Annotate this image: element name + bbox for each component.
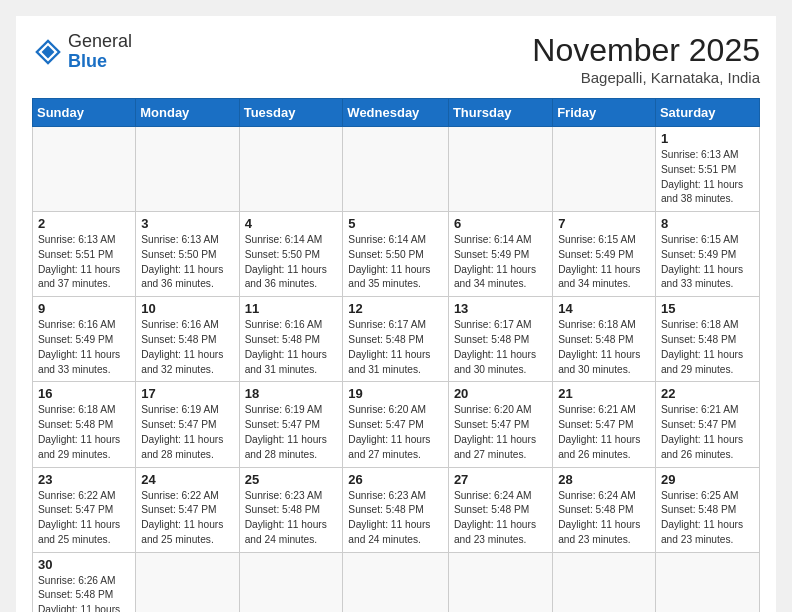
cell-daylight-info: Sunrise: 6:16 AM Sunset: 5:49 PM Dayligh… [38,318,130,377]
day-number: 25 [245,472,338,487]
day-number: 3 [141,216,233,231]
cell-daylight-info: Sunrise: 6:14 AM Sunset: 5:50 PM Dayligh… [348,233,443,292]
calendar-cell: 15Sunrise: 6:18 AM Sunset: 5:48 PM Dayli… [655,297,759,382]
calendar-cell: 5Sunrise: 6:14 AM Sunset: 5:50 PM Daylig… [343,212,449,297]
cell-daylight-info: Sunrise: 6:18 AM Sunset: 5:48 PM Dayligh… [558,318,650,377]
week-row-2: 2Sunrise: 6:13 AM Sunset: 5:51 PM Daylig… [33,212,760,297]
calendar-cell: 14Sunrise: 6:18 AM Sunset: 5:48 PM Dayli… [553,297,656,382]
cell-daylight-info: Sunrise: 6:23 AM Sunset: 5:48 PM Dayligh… [348,489,443,548]
logo: General Blue [32,32,132,72]
calendar-cell: 27Sunrise: 6:24 AM Sunset: 5:48 PM Dayli… [448,467,552,552]
calendar-cell: 19Sunrise: 6:20 AM Sunset: 5:47 PM Dayli… [343,382,449,467]
calendar-cell [136,552,239,612]
calendar-cell: 9Sunrise: 6:16 AM Sunset: 5:49 PM Daylig… [33,297,136,382]
day-number: 6 [454,216,547,231]
calendar-cell: 26Sunrise: 6:23 AM Sunset: 5:48 PM Dayli… [343,467,449,552]
day-number: 29 [661,472,754,487]
calendar-cell: 23Sunrise: 6:22 AM Sunset: 5:47 PM Dayli… [33,467,136,552]
cell-daylight-info: Sunrise: 6:15 AM Sunset: 5:49 PM Dayligh… [558,233,650,292]
cell-daylight-info: Sunrise: 6:21 AM Sunset: 5:47 PM Dayligh… [661,403,754,462]
day-number: 15 [661,301,754,316]
day-number: 7 [558,216,650,231]
day-number: 24 [141,472,233,487]
week-row-4: 16Sunrise: 6:18 AM Sunset: 5:48 PM Dayli… [33,382,760,467]
cell-daylight-info: Sunrise: 6:17 AM Sunset: 5:48 PM Dayligh… [454,318,547,377]
calendar-cell [136,127,239,212]
cell-daylight-info: Sunrise: 6:13 AM Sunset: 5:50 PM Dayligh… [141,233,233,292]
logo-blue: Blue [68,51,107,71]
calendar-cell: 7Sunrise: 6:15 AM Sunset: 5:49 PM Daylig… [553,212,656,297]
title-block: November 2025 Bagepalli, Karnataka, Indi… [532,32,760,86]
calendar-cell: 16Sunrise: 6:18 AM Sunset: 5:48 PM Dayli… [33,382,136,467]
cell-daylight-info: Sunrise: 6:13 AM Sunset: 5:51 PM Dayligh… [38,233,130,292]
calendar-cell: 11Sunrise: 6:16 AM Sunset: 5:48 PM Dayli… [239,297,343,382]
day-number: 10 [141,301,233,316]
weekday-header-monday: Monday [136,99,239,127]
page-header: General Blue November 2025 Bagepalli, Ka… [32,32,760,86]
calendar-cell [553,127,656,212]
logo-text: General Blue [68,32,132,72]
calendar-cell [239,127,343,212]
calendar-cell: 10Sunrise: 6:16 AM Sunset: 5:48 PM Dayli… [136,297,239,382]
cell-daylight-info: Sunrise: 6:22 AM Sunset: 5:47 PM Dayligh… [141,489,233,548]
weekday-header-wednesday: Wednesday [343,99,449,127]
cell-daylight-info: Sunrise: 6:18 AM Sunset: 5:48 PM Dayligh… [38,403,130,462]
day-number: 26 [348,472,443,487]
calendar-cell: 8Sunrise: 6:15 AM Sunset: 5:49 PM Daylig… [655,212,759,297]
cell-daylight-info: Sunrise: 6:26 AM Sunset: 5:48 PM Dayligh… [38,574,130,612]
cell-daylight-info: Sunrise: 6:24 AM Sunset: 5:48 PM Dayligh… [454,489,547,548]
cell-daylight-info: Sunrise: 6:19 AM Sunset: 5:47 PM Dayligh… [245,403,338,462]
day-number: 23 [38,472,130,487]
week-row-6: 30Sunrise: 6:26 AM Sunset: 5:48 PM Dayli… [33,552,760,612]
day-number: 18 [245,386,338,401]
location-subtitle: Bagepalli, Karnataka, India [532,69,760,86]
calendar-cell: 18Sunrise: 6:19 AM Sunset: 5:47 PM Dayli… [239,382,343,467]
calendar-cell: 25Sunrise: 6:23 AM Sunset: 5:48 PM Dayli… [239,467,343,552]
cell-daylight-info: Sunrise: 6:16 AM Sunset: 5:48 PM Dayligh… [245,318,338,377]
calendar-cell: 2Sunrise: 6:13 AM Sunset: 5:51 PM Daylig… [33,212,136,297]
calendar-cell: 3Sunrise: 6:13 AM Sunset: 5:50 PM Daylig… [136,212,239,297]
calendar-cell: 21Sunrise: 6:21 AM Sunset: 5:47 PM Dayli… [553,382,656,467]
calendar-cell [553,552,656,612]
day-number: 8 [661,216,754,231]
cell-daylight-info: Sunrise: 6:15 AM Sunset: 5:49 PM Dayligh… [661,233,754,292]
calendar-page: General Blue November 2025 Bagepalli, Ka… [16,16,776,612]
calendar-cell [448,127,552,212]
cell-daylight-info: Sunrise: 6:19 AM Sunset: 5:47 PM Dayligh… [141,403,233,462]
day-number: 14 [558,301,650,316]
cell-daylight-info: Sunrise: 6:21 AM Sunset: 5:47 PM Dayligh… [558,403,650,462]
week-row-3: 9Sunrise: 6:16 AM Sunset: 5:49 PM Daylig… [33,297,760,382]
cell-daylight-info: Sunrise: 6:14 AM Sunset: 5:49 PM Dayligh… [454,233,547,292]
calendar-cell: 13Sunrise: 6:17 AM Sunset: 5:48 PM Dayli… [448,297,552,382]
weekday-header-friday: Friday [553,99,656,127]
cell-daylight-info: Sunrise: 6:14 AM Sunset: 5:50 PM Dayligh… [245,233,338,292]
day-number: 20 [454,386,547,401]
week-row-5: 23Sunrise: 6:22 AM Sunset: 5:47 PM Dayli… [33,467,760,552]
calendar-table: SundayMondayTuesdayWednesdayThursdayFrid… [32,98,760,612]
month-title: November 2025 [532,32,760,69]
calendar-cell: 20Sunrise: 6:20 AM Sunset: 5:47 PM Dayli… [448,382,552,467]
cell-daylight-info: Sunrise: 6:13 AM Sunset: 5:51 PM Dayligh… [661,148,754,207]
day-number: 28 [558,472,650,487]
calendar-cell [33,127,136,212]
weekday-header-saturday: Saturday [655,99,759,127]
day-number: 13 [454,301,547,316]
cell-daylight-info: Sunrise: 6:16 AM Sunset: 5:48 PM Dayligh… [141,318,233,377]
weekday-header-thursday: Thursday [448,99,552,127]
day-number: 4 [245,216,338,231]
calendar-cell: 1Sunrise: 6:13 AM Sunset: 5:51 PM Daylig… [655,127,759,212]
day-number: 1 [661,131,754,146]
calendar-cell: 29Sunrise: 6:25 AM Sunset: 5:48 PM Dayli… [655,467,759,552]
day-number: 12 [348,301,443,316]
day-number: 5 [348,216,443,231]
calendar-cell: 17Sunrise: 6:19 AM Sunset: 5:47 PM Dayli… [136,382,239,467]
calendar-cell: 22Sunrise: 6:21 AM Sunset: 5:47 PM Dayli… [655,382,759,467]
logo-icon [32,36,64,68]
calendar-cell [239,552,343,612]
weekday-header-sunday: Sunday [33,99,136,127]
calendar-cell [655,552,759,612]
cell-daylight-info: Sunrise: 6:25 AM Sunset: 5:48 PM Dayligh… [661,489,754,548]
day-number: 16 [38,386,130,401]
cell-daylight-info: Sunrise: 6:23 AM Sunset: 5:48 PM Dayligh… [245,489,338,548]
day-number: 19 [348,386,443,401]
